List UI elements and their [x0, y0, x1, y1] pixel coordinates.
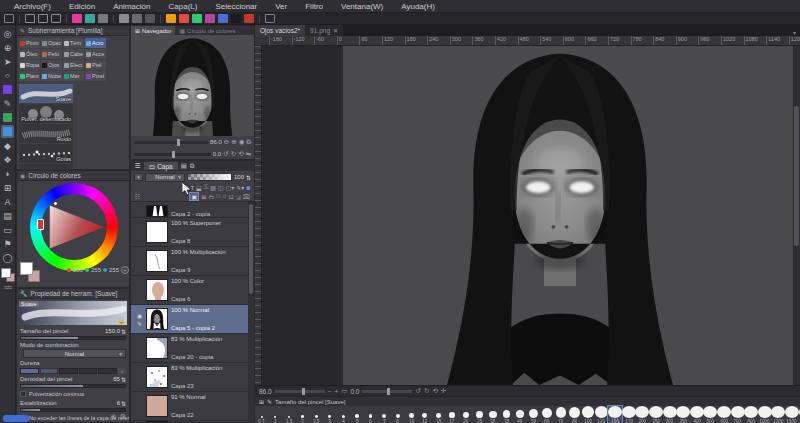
material-tool-icon[interactable]: ▤	[1, 209, 14, 222]
pose-icon[interactable]	[265, 14, 275, 23]
zoom-in-icon[interactable]: +	[334, 388, 338, 395]
new-folder-button[interactable]: 🗀	[208, 194, 214, 200]
add-color-button[interactable]: +	[121, 266, 129, 274]
subtool-group-piel[interactable]: Piel	[85, 60, 106, 70]
brush-size-1[interactable]: 1	[269, 406, 283, 423]
layer-thumbnail[interactable]	[146, 366, 168, 388]
rotate-slider[interactable]	[134, 153, 211, 156]
apply-mask-icon[interactable]: ◪	[235, 193, 241, 200]
subtool-group-opac[interactable]: Opac	[41, 38, 62, 48]
zoom-out-icon[interactable]: ⊖	[224, 138, 229, 146]
color-wheel[interactable]: 255 255 255 +	[17, 181, 131, 276]
brush-size-150[interactable]: 150	[608, 406, 622, 423]
subtool-group-óleo[interactable]: Óleo	[19, 49, 40, 59]
navigator-preview[interactable]	[131, 35, 254, 136]
brush-size-170[interactable]: 170	[622, 406, 636, 423]
subtool-group-acro[interactable]: Acro	[85, 38, 106, 48]
brush-size-8[interactable]: 8	[391, 406, 405, 423]
delete-layer-button[interactable]: ⌧	[243, 193, 250, 200]
mask-icon[interactable]: ◫	[218, 184, 224, 191]
layer-row-capa-6[interactable]: 100 % ColorCapa 6	[131, 276, 254, 305]
layer-row-capa-8[interactable]: 100 % SuperponerCapa 8	[131, 218, 254, 247]
menu-item-ver[interactable]: Ver	[267, 0, 295, 13]
density-value[interactable]: 65	[113, 376, 120, 382]
settings-gear-icon[interactable]: ⚙	[120, 413, 126, 421]
decoration-tool-icon[interactable]: ◆	[1, 139, 14, 152]
brush-size-0.7[interactable]: 0.7	[255, 406, 269, 423]
brush-size-80[interactable]: 80	[568, 406, 582, 423]
red-pattern-icon[interactable]	[179, 14, 189, 23]
layer-thumbnail[interactable]	[146, 279, 168, 301]
checkbox-icon[interactable]	[20, 391, 26, 397]
brush-gotas[interactable]: Gotas	[19, 144, 73, 163]
effect-dropdown-icon[interactable]: ✎▾	[236, 184, 244, 191]
layer-row-capa-20---copia[interactable]: 83 % MultiplicaciónCapa 20 - copia	[131, 334, 254, 363]
brush-size-25[interactable]: 25	[473, 406, 487, 423]
tab-layer[interactable]: 🗀 Capa	[144, 162, 178, 170]
menu-item-ayudah[interactable]: Ayuda(H)	[393, 0, 443, 13]
fill-tool-icon[interactable]: ◗	[1, 167, 14, 180]
layer-thumbnail[interactable]	[146, 421, 168, 422]
layer-thumbnail[interactable]	[146, 221, 168, 243]
brush-size-120[interactable]: 120	[595, 406, 609, 423]
brush-size-value[interactable]: 150.0	[105, 328, 120, 334]
subtool-group-mar[interactable]: Mar	[63, 71, 84, 81]
black-swatch-icon[interactable]	[231, 14, 241, 23]
brush-size-3[interactable]: 3	[323, 406, 337, 423]
menu-item-filtro[interactable]: Filtro	[297, 0, 331, 13]
brush-size-50[interactable]: 50	[527, 406, 541, 423]
rotate-left-icon[interactable]: ↺	[223, 150, 228, 158]
subtool-group-pelo[interactable]: Pelo	[41, 49, 62, 59]
ruler-dropdown-icon[interactable]: ▢▾	[226, 184, 235, 191]
layer-row-capa-2---copia[interactable]: Capa 2 - copia	[131, 202, 254, 218]
layer-blend-dropdown[interactable]: Normal▼	[145, 173, 185, 182]
line-icon[interactable]	[119, 14, 129, 23]
foreground-color-swatch[interactable]	[20, 262, 33, 275]
close-tab-icon[interactable]: ✕	[333, 27, 338, 34]
stabilization-value[interactable]: 6	[117, 400, 120, 406]
brush-size-700[interactable]: 700	[731, 406, 745, 423]
document-tab-ojosvacos2[interactable]: Ojos vacíos2*	[255, 25, 305, 36]
brush-size-800[interactable]: 800	[744, 406, 758, 423]
zoom-in-icon[interactable]: ⊕	[231, 138, 236, 146]
stepper-icon[interactable]: ⇅	[246, 174, 251, 181]
layer-thumbnail[interactable]	[146, 205, 168, 217]
zoom-slider[interactable]	[134, 141, 208, 144]
layer-row-capa-23[interactable]: 83 % MultiplicaciónCapa 23	[131, 363, 254, 392]
brush-size-300[interactable]: 300	[663, 406, 677, 423]
menu-item-seleccionar[interactable]: Seleccionar	[207, 0, 265, 13]
brush-size-500[interactable]: 500	[704, 406, 718, 423]
new-layer-dropdown[interactable]: ⊞	[201, 193, 206, 200]
airbrush-tool-icon[interactable]	[1, 125, 14, 138]
new-layer-button[interactable]: ▣	[189, 192, 199, 201]
tab-list-chevron-icon[interactable]: ▾	[793, 29, 800, 36]
fit-screen-icon[interactable]: ⧉	[246, 138, 251, 146]
panel-expand-icon[interactable]: ⧉	[190, 162, 195, 170]
operation-tool-icon[interactable]: ➤	[1, 55, 14, 68]
brush-ruido[interactable]: Ruido	[19, 124, 73, 143]
brush-size-slider[interactable]	[20, 336, 126, 340]
rotate-right-icon[interactable]: ↻	[424, 387, 429, 395]
brush-size-30[interactable]: 30	[486, 406, 500, 423]
hardness-expand-icon[interactable]: ›	[118, 368, 126, 374]
brush-size-1000[interactable]: 1000	[758, 406, 772, 423]
brush-size-10[interactable]: 10	[405, 406, 419, 423]
layer-visibility-cell[interactable]: ◉✎	[133, 312, 146, 327]
brush-size-7[interactable]: 7	[377, 406, 391, 423]
subtool-group-cabe[interactable]: Cabe	[63, 49, 84, 59]
subtool-group-ojos[interactable]: Ojos	[41, 60, 62, 70]
menu-item-archivof[interactable]: Archivo(F)	[6, 0, 59, 13]
undo-icon[interactable]	[98, 14, 108, 23]
subtool-group-ropa[interactable]: Ropa	[19, 60, 40, 70]
brush-size-1.5[interactable]: 1.5	[282, 406, 296, 423]
rotate-left-icon[interactable]: ↺	[415, 387, 420, 395]
layer-scrollbar[interactable]	[248, 202, 254, 422]
move-view-icon[interactable]: ✛	[441, 387, 446, 395]
brush-size-35[interactable]: 35	[500, 406, 514, 423]
brush-size-12[interactable]: 12	[418, 406, 432, 423]
layer-thumbnail[interactable]	[146, 395, 168, 417]
brush-size-60[interactable]: 60	[540, 406, 554, 423]
subtool-group-tém[interactable]: Tém	[63, 38, 84, 48]
panel-list-icon[interactable]: ☷	[135, 193, 140, 200]
foreground-swatch[interactable]	[1, 268, 11, 278]
